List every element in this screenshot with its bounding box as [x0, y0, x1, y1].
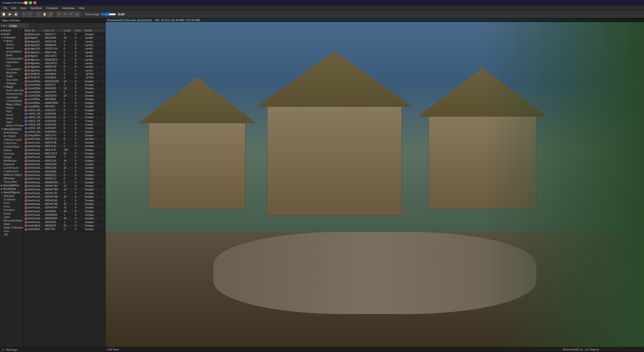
tree-leaf-weapon[interactable]: Weapon — [5, 81, 24, 85]
object-row[interactable]: CavelRBalconyShaftBridge01 00034868 1 0 … — [24, 98, 105, 101]
object-row[interactable]: DweCivVarBridgeFH01 000F5F3B 2 0 Archite… — [24, 141, 105, 145]
object-row[interactable]: ccBGS_ARPBBridgeSlab01 0100318F 0 0 Crea… — [24, 126, 105, 130]
tree-leaf-flora[interactable]: Flora — [3, 205, 24, 208]
object-row[interactable]: DragonBridge01 000E37A7 3 0 Dungeo — [24, 134, 105, 137]
object-row[interactable]: DweFacadeBridgeCurve01 000551A4 44 0 Dun… — [24, 159, 105, 163]
tree-leaf-perk[interactable]: Perk — [5, 110, 24, 113]
object-row[interactable]: Bridge01Snow 000A7149 1 0 Landsc — [24, 51, 105, 54]
object-row[interactable]: ccBGS_ARPBBridgeway01 01003188 0 0 Creat… — [24, 112, 105, 116]
tree-leaf-static-collection[interactable]: Static Collection — [3, 226, 24, 229]
tree-leaf-global[interactable]: Global — [3, 155, 24, 159]
object-row[interactable]: Bridge01RiveBottom01 00002F144 0 0 Lands… — [24, 47, 105, 51]
tree-leaf-soul-gem[interactable]: Soul Gem — [5, 78, 24, 81]
object-row[interactable]: CavelRBalconyShaftBridge01 0000E700A 0 0… — [24, 101, 105, 105]
viewport[interactable]: Riverwood02 [Top view, perspective] MH: … — [106, 18, 644, 347]
tree-leaf-combatstyle[interactable]: CombatStyle — [3, 145, 24, 148]
tree-leaf-colorform[interactable]: ColorForm — [3, 141, 24, 145]
object-row[interactable]: DweCivVarBridgeFH01 000F5F3C 2 0 Archite… — [24, 145, 105, 148]
tree-leaf-dual-cast-data[interactable]: Dual Cast Data — [5, 89, 24, 92]
object-row[interactable]: DweFacadeBridgeCurve02 000551A6 22 0 Dun… — [24, 166, 105, 170]
object-row[interactable]: DweFacadeBridgePartway01 00004F7B6 25 0 … — [24, 195, 105, 199]
tree-leaf-miscitem[interactable]: MiscItem — [5, 71, 24, 74]
tree-leaf-ingredient[interactable]: Ingredient — [5, 96, 24, 99]
close-button[interactable]: ✕ — [33, 1, 37, 5]
object-row[interactable]: DweFacadeBridgeCurve02Snow 000551C2 0 0 … — [24, 173, 105, 177]
header-form-id[interactable]: Form ID — [44, 29, 63, 32]
tree-leaf-constructible-obj...[interactable]: Constructible Obj... — [5, 57, 24, 60]
tree-leaf-ammo[interactable]: Ammo — [5, 43, 24, 46]
tree-leaf-scroll[interactable]: Scroll — [5, 113, 24, 117]
paste-button[interactable]: 📌 — [48, 12, 53, 17]
tree-leaf-potion[interactable]: Potion — [5, 106, 24, 110]
filter-input[interactable] — [8, 24, 28, 28]
tree-leaf-textureset[interactable]: TextureSet — [3, 180, 24, 184]
object-row[interactable]: Bridge01 000C407C 0 0 Landsc — [24, 54, 105, 58]
object-row[interactable]: ImpExtBridge02 000F73A 6 0 Dungeo — [24, 228, 105, 231]
tree-group-header-character[interactable]: Character — [0, 36, 24, 39]
tree-leaf-landtexture[interactable]: LandTexture — [3, 166, 24, 169]
save-button[interactable]: 💾 — [13, 12, 19, 17]
tree-leaf-enchantment[interactable]: Enchantment — [5, 92, 24, 96]
menu-item-view[interactable]: View — [18, 6, 28, 10]
tree-leaf-grass[interactable]: Grass — [3, 212, 24, 215]
tree-group-header-audio[interactable]: Audio — [0, 32, 24, 36]
menu-item-navmesh[interactable]: NavMesh — [28, 6, 44, 10]
object-row[interactable]: CavelRBalconyShaftBridge01 00034ED 6 0 D… — [24, 105, 105, 108]
tree-leaf-art-object[interactable]: Art Object — [3, 134, 24, 138]
tree-leaf-ingredient[interactable]: Ingredient — [5, 60, 24, 64]
tree-group-header-magic[interactable]: Magic — [3, 85, 24, 89]
object-row[interactable]: DweFacadeBridgeCurve03Snow 000060D5C 2 0… — [24, 181, 105, 184]
tree-leaf-loadscreen[interactable]: LoadScreen — [3, 169, 24, 173]
undo-button[interactable]: ↩ — [21, 12, 27, 17]
object-row[interactable]: CaveGEBalconyShaftBridge01Walker 0005227… — [24, 83, 105, 87]
object-row[interactable]: DweFacadeBridgeRampCDv01Snow 00055655F 3… — [24, 217, 105, 220]
object-row[interactable]: DweFacadeBridge01Lattice 000C18C4 11 0 D… — [24, 152, 105, 155]
menu-item-gameplay[interactable]: Gameplay — [60, 6, 77, 10]
menu-item-file[interactable]: File — [1, 6, 10, 10]
object-row[interactable]: BYDHBYDHNRiporchNBridge01 02003624 3 0 _… — [24, 72, 105, 76]
object-row[interactable]: Bridge01 00022458 19 0 Landsc — [24, 36, 105, 40]
object-row[interactable]: DweCivVarBridgeLH01 000F5F7D 0 2 Archite… — [24, 137, 105, 141]
object-row[interactable]: BlackreachEBalconyShaftBridge01 000921C7… — [24, 33, 105, 36]
maximize-button[interactable]: □ — [29, 1, 32, 5]
tree-leaf-*all[interactable]: *All — [3, 233, 24, 236]
tree-leaf-leveleditem[interactable]: LeveledItem — [5, 67, 24, 71]
tree-leaf-material-object[interactable]: Material Object — [3, 173, 24, 177]
object-row[interactable]: DweFacadeBridgePartway01 00004F7B3 12 0 … — [24, 184, 105, 188]
tree-leaf-book[interactable]: Book — [5, 53, 24, 57]
tree-leaf-spell[interactable]: Spell — [5, 120, 24, 124]
object-row[interactable]: DweFacadeBridgeCurve01Snow 00062D5A 0 0 … — [24, 163, 105, 166]
tree-leaf-idlemarker[interactable]: IdleMarker — [3, 159, 24, 162]
tree-leaf-formlist[interactable]: FormList — [3, 152, 24, 155]
tree-leaf-keyword[interactable]: Keyword — [3, 162, 24, 166]
scale-button[interactable]: ⊞ — [74, 12, 80, 17]
tree-leaf-static[interactable]: Static — [3, 222, 24, 226]
object-row[interactable]: Bridge01RReachDirt01 00088540 3 0 Landsc — [24, 43, 105, 47]
tree-group-header-specialeffect[interactable]: SpecialEffect — [0, 184, 24, 187]
move-button[interactable]: ✛ — [62, 12, 68, 17]
tree-leaf-collision-layer[interactable]: Collision Layer — [3, 138, 24, 141]
object-row[interactable]: ccBGS_ARPBBridgeArchBroken01 0100318C 0 … — [24, 116, 105, 119]
tree-group-header-worlddata[interactable]: WorldData — [0, 187, 24, 191]
object-row[interactable]: ccBGS_ARPBBridgeEndCap01 01003190 0 0 Cr… — [24, 119, 105, 123]
tree-group-header-actors[interactable]: Actors — [0, 29, 24, 32]
tree-group-header-miscellaneous[interactable]: Miscellaneous — [0, 127, 24, 131]
object-row[interactable]: DweFacadeBridgePartway01 00004F7B9 14 0 … — [24, 188, 105, 191]
object-row[interactable]: DweFacadeBridgeCurve02Snow 000620B8 0 0 … — [24, 170, 105, 173]
tree-leaf-armoraddon[interactable]: ArmorAddon — [5, 50, 24, 53]
object-row[interactable]: Bridge01RFaForestDirt01 0006274E 8 0 Lan… — [24, 40, 105, 43]
tree-leaf-shout[interactable]: Shout — [5, 117, 24, 120]
object-row[interactable]: DweFacadeBridgePar3way01 00004F791 7 0 D… — [24, 192, 105, 195]
tree-leaf-animobject[interactable]: AnimObject — [3, 131, 24, 134]
tree-leaf-debris[interactable]: Debris — [3, 148, 24, 152]
object-row[interactable]: CaveGEBalconyShaftBridge01 00022EA0 10 0… — [24, 94, 105, 98]
object-row[interactable]: ccBGS_ARWHalIStairBridge01 010003FF 0 0 … — [24, 130, 105, 134]
rotate-button[interactable]: ↻ — [68, 12, 74, 17]
time-slider[interactable] — [101, 12, 116, 16]
object-row[interactable]: DweFacadeBridgeRampCDv01Snow 0006205E 1 … — [24, 221, 105, 224]
tree-leaf-word-of-power[interactable]: Word of Power — [5, 124, 24, 127]
object-row[interactable]: BYDHBYDHNRiporchNBridge01 02003B26 0 0 _… — [24, 76, 105, 79]
menu-item-help[interactable]: Help — [77, 6, 87, 10]
header-count[interactable]: Count — [63, 29, 74, 32]
new-button[interactable]: 📄 — [1, 12, 7, 17]
